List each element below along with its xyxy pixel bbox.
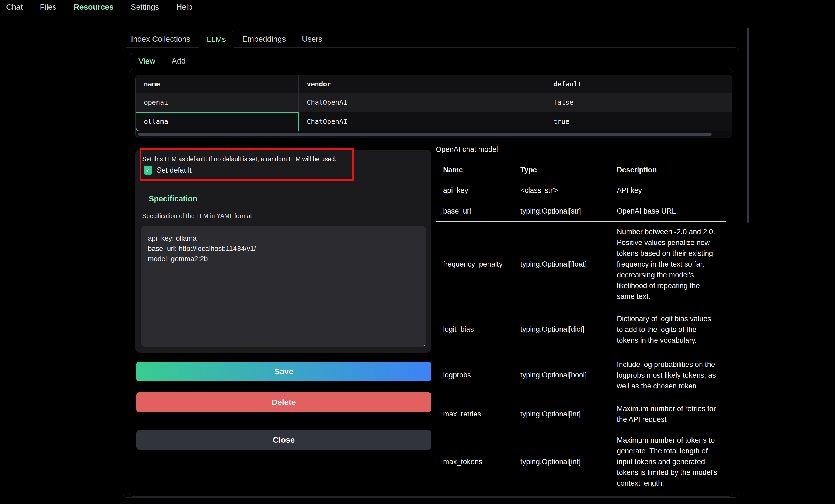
param-name: logprobs [436, 352, 513, 398]
param-name: logit_bias [436, 307, 513, 352]
nav-item-files[interactable]: Files [40, 3, 56, 12]
check-icon: ✓ [145, 167, 150, 174]
llm-cell-name[interactable]: openai [136, 93, 299, 112]
model-header-type: Type [513, 160, 610, 180]
model-row-logit-bias: logit_bias typing.Optional[dict] Diction… [436, 307, 726, 352]
model-row-max-retries: max_retries typing.Optional[int] Maximum… [436, 398, 726, 430]
model-schema-table: Name Type Description api_key <class 'st… [436, 160, 726, 488]
set-default-checkbox[interactable]: ✓ [144, 166, 152, 175]
llm-table-header-name: name [136, 76, 299, 93]
param-type: typing.Optional[float] [513, 222, 610, 307]
llm-cell-default[interactable]: false [545, 93, 732, 112]
param-type: <class 'str'> [513, 180, 610, 201]
model-header-description: Description [610, 160, 726, 180]
model-table-header-row: Name Type Description [436, 160, 726, 180]
llm-cell-vendor[interactable]: ChatOpenAI [299, 112, 545, 131]
tab-llms[interactable]: LLMs [199, 31, 235, 48]
param-type: typing.Optional[int] [513, 430, 610, 488]
llm-cell-vendor[interactable]: ChatOpenAI [299, 93, 545, 112]
top-navigation: Chat Files Resources Settings Help [6, 3, 192, 12]
model-row-frequency-penalty: frequency_penalty typing.Optional[float]… [436, 222, 726, 307]
param-type: typing.Optional[dict] [513, 307, 610, 352]
param-description: Dictionary of logit bias values to add t… [610, 307, 726, 352]
llm-row-ollama[interactable]: ollama ChatOpenAI true [136, 112, 732, 131]
specification-heading: Specification [149, 194, 198, 203]
tab-view[interactable]: View [130, 53, 163, 69]
specification-description: Specification of the LLM in YAML format [142, 212, 252, 220]
param-name: base_url [436, 201, 513, 222]
param-description: Number between -2.0 and 2.0. Positive va… [610, 222, 726, 307]
llm-list-table: name vendor default openai ChatOpenAI fa… [136, 75, 732, 138]
param-description: Maximum number of retries for the API re… [610, 398, 726, 430]
param-description: API key [610, 180, 726, 201]
param-description: OpenAI base URL [610, 201, 726, 222]
set-default-label: Set default [157, 166, 191, 174]
model-row-base-url: base_url typing.Optional[str] OpenAI bas… [436, 201, 726, 222]
specification-yaml-input[interactable]: api_key: ollama base_url: http://localho… [141, 226, 426, 346]
nav-item-settings[interactable]: Settings [131, 3, 159, 12]
param-type: typing.Optional[int] [513, 398, 610, 430]
model-row-api-key: api_key <class 'str'> API key [436, 180, 726, 201]
set-default-hint: Set this LLM as default. If no default i… [142, 155, 337, 163]
llm-cell-default[interactable]: true [545, 112, 732, 131]
llm-cell-name-selected[interactable]: ollama [136, 112, 299, 131]
tab-add[interactable]: Add [163, 53, 194, 69]
save-button[interactable]: Save [136, 362, 431, 381]
nav-item-resources[interactable]: Resources [74, 3, 114, 12]
model-header-name: Name [436, 160, 513, 180]
model-row-logprobs: logprobs typing.Optional[bool] Include l… [436, 352, 726, 398]
param-type: typing.Optional[str] [513, 201, 610, 222]
param-type: typing.Optional[bool] [513, 352, 610, 398]
model-panel-title: OpenAI chat model [436, 145, 498, 154]
param-name: frequency_penalty [436, 222, 513, 307]
llm-table-horizontal-scrollbar[interactable] [138, 133, 712, 136]
llm-row-openai[interactable]: openai ChatOpenAI false [136, 93, 732, 112]
nav-item-chat[interactable]: Chat [6, 3, 23, 12]
llm-detail-panel: Set this LLM as default. If no default i… [136, 150, 431, 353]
param-name: max_retries [436, 398, 513, 430]
param-name: api_key [436, 180, 513, 201]
view-add-tab-bar: View Add [130, 53, 194, 69]
model-row-max-tokens: max_tokens typing.Optional[int] Maximum … [436, 430, 726, 488]
close-button[interactable]: Close [136, 430, 431, 449]
page-vertical-scrollbar[interactable] [747, 28, 749, 223]
param-description: Maximum number of tokens to generate. Th… [610, 430, 726, 488]
tab-index-collections[interactable]: Index Collections [123, 31, 199, 48]
delete-button[interactable]: Delete [136, 392, 431, 412]
param-name: max_tokens [436, 430, 513, 488]
llm-table-header-row: name vendor default [136, 76, 732, 93]
llm-table-header-default: default [545, 76, 732, 93]
resources-tab-bar: Index Collections LLMs Embeddings Users [123, 31, 330, 48]
nav-item-help[interactable]: Help [177, 3, 192, 12]
tab-users[interactable]: Users [294, 31, 330, 48]
param-description: Include log probabilities on the logprob… [610, 352, 726, 398]
set-default-row: ✓ Set default [144, 166, 191, 175]
tab-embeddings[interactable]: Embeddings [235, 31, 294, 48]
model-schema-table-wrap: Name Type Description api_key <class 'st… [436, 160, 727, 488]
llm-table-header-vendor: vendor [299, 76, 545, 93]
